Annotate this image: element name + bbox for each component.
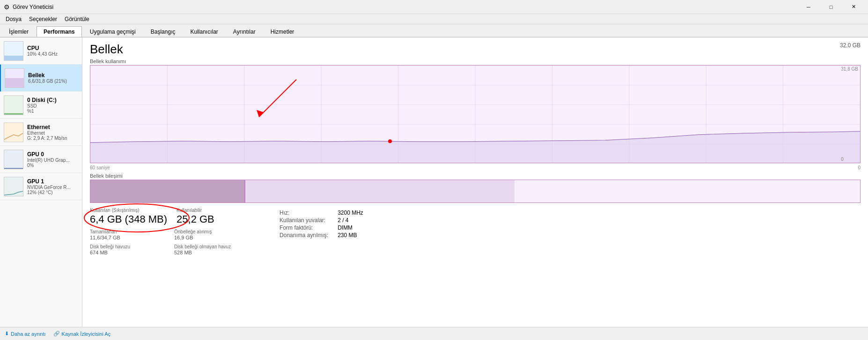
tab-kullanicilar[interactable]: Kullanıcılar <box>183 26 225 37</box>
bellek-info: Bellek 6,6/31,8 GB (21%) <box>28 72 78 84</box>
bellek-thumbnail <box>5 68 24 88</box>
tab-performans[interactable]: Performans <box>37 26 82 37</box>
cpu-name: CPU <box>27 45 78 51</box>
gpu0-usage: 0% <box>27 163 78 168</box>
cpu-info: CPU 10% 4,43 GHz <box>27 45 78 57</box>
left-stats: Kullanılan (Sıkıştırılmış) 6,4 GB (348 M… <box>90 208 251 255</box>
ethernet-sub: Ethernet <box>27 130 78 136</box>
gpu0-name: GPU 0 <box>27 151 78 158</box>
kullanilabilir-value: 25,2 GB <box>177 213 251 225</box>
sidebar-item-cpu[interactable]: CPU 10% 4,43 GHz <box>0 37 82 65</box>
svg-line-27 <box>259 80 296 117</box>
cpu-usage: 10% 4,43 GHz <box>27 51 78 57</box>
axis-bottom: 0 <box>841 157 858 162</box>
cpu-thumbnail <box>4 41 23 61</box>
sidebar-item-gpu1[interactable]: GPU 1 NVIDIA GeForce R... 12% (42 °C) <box>0 173 82 200</box>
minimize-button[interactable]: ─ <box>798 0 819 14</box>
content-header: Bellek 32,0 GB <box>90 42 861 57</box>
gpu1-name: GPU 1 <box>27 178 78 185</box>
axis-top: 31,8 GB <box>841 66 858 72</box>
tab-ayrintilar[interactable]: Ayrıntılar <box>226 26 263 37</box>
svg-rect-8 <box>4 168 23 169</box>
svg-rect-6 <box>4 123 23 142</box>
app-icon: ⚙ <box>4 3 10 11</box>
close-button[interactable]: ✕ <box>843 0 864 14</box>
disk-type: SSD <box>27 103 78 109</box>
disk-havuz-value: 674 MB <box>90 250 165 255</box>
page-title: Bellek <box>90 42 123 57</box>
tab-islemler[interactable]: İşlemler <box>2 26 36 37</box>
hiz-val: 3200 MHz <box>338 210 386 216</box>
open-monitor-link[interactable]: 🔗 Kaynak İzleyicisini Aç <box>53 331 111 337</box>
chart-bottom-labels: 60 saniye 0 <box>90 165 861 170</box>
svg-rect-3 <box>5 78 24 87</box>
gpu1-model: NVIDIA GeForce R... <box>27 185 78 190</box>
main-content: CPU 10% 4,43 GHz Bellek 6,6/31,8 GB (21%… <box>0 37 868 327</box>
disk-stats-row: Disk belleği havuzu 674 MB Disk belleği … <box>90 244 251 255</box>
composition-label: Bellek bileşimi <box>90 173 861 179</box>
kullanilan-value: 6,4 GB (348 MB) <box>90 213 167 225</box>
stat-unbellege: Önbelleğe alınmış 16,9 GB <box>174 229 249 240</box>
comp-cached <box>245 180 515 203</box>
ethernet-name: Ethernet <box>27 124 78 130</box>
ethernet-mini-chart <box>4 123 23 142</box>
bellek-name: Bellek <box>28 72 78 79</box>
bellek-mini-chart <box>5 69 24 87</box>
kullanilan-yuva-key: Kullanılan yuvalar: <box>280 217 328 224</box>
less-detail-icon: ⬇ <box>5 331 9 337</box>
gpu0-model: Intel(R) UHD Grap... <box>27 158 78 163</box>
titlebar-controls: ─ □ ✕ <box>798 0 864 14</box>
composition-bar <box>90 180 861 203</box>
donanim-key: Donanıma ayrılmış: <box>280 232 328 239</box>
total-memory: 32,0 GB <box>840 42 861 49</box>
less-detail-text: Daha az ayrıntı <box>11 331 46 337</box>
details-table: Hız: 3200 MHz Kullanılan yuvalar: 2 / 4 … <box>280 210 386 239</box>
memory-chart: 31,8 GB 0 <box>90 65 861 163</box>
kullanilabilir-label: Kullanılabilir <box>177 208 251 213</box>
sidebar-item-disk[interactable]: 0 Diski (C:) SSD %1 <box>0 92 82 119</box>
tab-baslangic[interactable]: Başlangıç <box>144 26 183 37</box>
gpu1-info: GPU 1 NVIDIA GeForce R... 12% (42 °C) <box>27 178 78 195</box>
sidebar-item-gpu0[interactable]: GPU 0 Intel(R) UHD Grap... 0% <box>0 146 82 173</box>
svg-rect-9 <box>4 177 23 196</box>
menu-goruntule[interactable]: Görüntüle <box>61 15 93 23</box>
svg-rect-7 <box>4 150 23 169</box>
bottom-bar: ⬇ Daha az ayrıntı 🔗 Kaynak İzleyicisini … <box>0 327 868 340</box>
stat-disk-havuz: Disk belleği havuzu 674 MB <box>90 244 165 255</box>
svg-point-26 <box>388 139 392 143</box>
tab-uygulama-gecmisi[interactable]: Uygulama geçmişi <box>83 26 143 37</box>
tab-hizmetler[interactable]: Hizmetler <box>264 26 302 37</box>
svg-marker-25 <box>90 131 860 163</box>
hiz-key: Hız: <box>280 210 328 216</box>
stats-section: Kullanılan (Sıkıştırılmış) 6,4 GB (348 M… <box>90 208 861 255</box>
secondary-stats-row: Tamamlanan 11,6/34,7 GB Önbelleğe alınmı… <box>90 229 251 240</box>
sidebar-item-ethernet[interactable]: Ethernet Ethernet G: 2,9 A: 2,7 Mb/sn <box>0 119 82 146</box>
disk-thumbnail <box>4 95 23 115</box>
disk-havuz-label: Disk belleği havuzu <box>90 244 165 249</box>
disk-name: 0 Diski (C:) <box>27 97 78 103</box>
chart-label: Bellek kullanımı <box>90 58 861 64</box>
maximize-button[interactable]: □ <box>820 0 842 14</box>
menubar: Dosya Seçenekler Görüntüle <box>0 14 868 24</box>
menu-secenekler[interactable]: Seçenekler <box>25 15 61 23</box>
stat-kullanilan: Kullanılan (Sıkıştırılmış) 6,4 GB (348 M… <box>90 208 167 225</box>
ethernet-info: Ethernet Ethernet G: 2,9 A: 2,7 Mb/sn <box>27 124 78 141</box>
chart-axis-right: 31,8 GB 0 <box>841 65 858 163</box>
tamamlanan-value: 11,6/34,7 GB <box>90 235 165 240</box>
less-detail-link[interactable]: ⬇ Daha az ayrıntı <box>5 331 46 337</box>
svg-rect-1 <box>4 56 23 60</box>
disk-info: 0 Diski (C:) SSD %1 <box>27 97 78 114</box>
chart-grid-svg <box>90 65 860 163</box>
red-arrow-annotation <box>221 70 315 126</box>
form-faktor-val: DIMM <box>338 224 386 231</box>
bellek-usage: 6,6/31,8 GB (21%) <box>28 79 78 84</box>
sidebar-item-bellek[interactable]: Bellek 6,6/31,8 GB (21%) <box>0 65 82 92</box>
cpu-mini-chart <box>4 42 23 60</box>
monitor-icon: 🔗 <box>53 331 60 337</box>
ethernet-thumbnail <box>4 123 23 142</box>
menu-dosya[interactable]: Dosya <box>2 15 25 23</box>
disk-havuz-yok-value: 528 MB <box>174 250 249 255</box>
tabs-bar: İşlemler Performans Uygulama geçmişi Baş… <box>0 24 868 37</box>
chart-time-label: 60 saniye <box>90 165 110 170</box>
svg-rect-4 <box>4 96 23 115</box>
